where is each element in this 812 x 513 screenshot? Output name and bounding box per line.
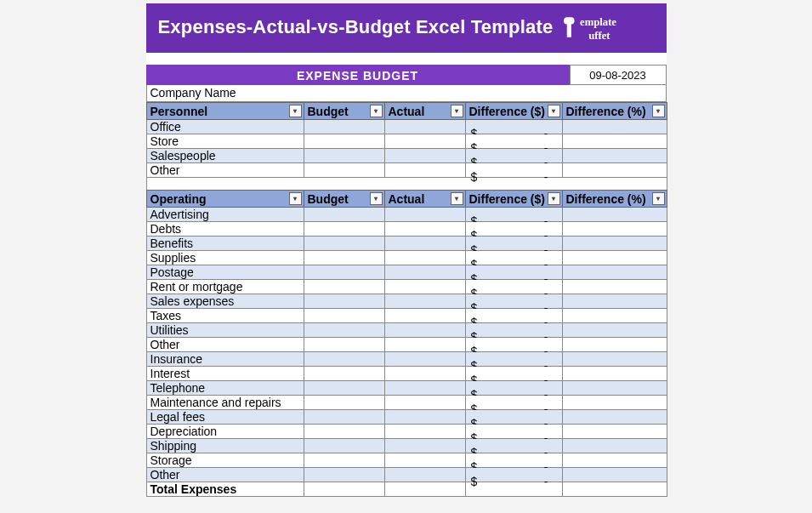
difference-dollar-cell[interactable]: $- [465, 410, 562, 425]
difference-dollar-cell[interactable]: $- [465, 149, 562, 163]
filter-dropdown-icon[interactable]: ▾ [370, 192, 383, 205]
difference-pct-cell[interactable] [562, 439, 667, 453]
actual-cell[interactable] [384, 439, 465, 453]
actual-cell[interactable] [384, 381, 465, 396]
actual-cell[interactable] [384, 280, 465, 294]
difference-pct-cell[interactable] [562, 352, 667, 367]
filter-dropdown-icon[interactable]: ▾ [652, 105, 665, 117]
col-header-personnel[interactable]: Personnel▾ [146, 103, 304, 120]
budget-cell[interactable] [304, 439, 384, 453]
row-label-cell[interactable]: Postage [146, 265, 304, 280]
difference-pct-cell[interactable] [562, 453, 667, 468]
budget-cell[interactable] [304, 453, 384, 468]
difference-dollar-cell[interactable]: $- [465, 439, 562, 453]
row-label-cell[interactable]: Shipping [146, 439, 304, 453]
difference-dollar-cell[interactable]: $- [465, 367, 562, 381]
actual-cell[interactable] [384, 468, 465, 482]
filter-dropdown-icon[interactable]: ▾ [548, 192, 560, 205]
actual-cell[interactable] [384, 265, 465, 280]
difference-pct-cell[interactable] [562, 280, 667, 294]
filter-dropdown-icon[interactable]: ▾ [370, 105, 383, 117]
difference-pct-cell[interactable] [562, 367, 667, 381]
row-label-cell[interactable]: Other [146, 163, 304, 178]
difference-pct-cell[interactable] [562, 120, 667, 134]
difference-pct-cell[interactable] [562, 425, 667, 439]
total-diffpct-cell[interactable] [562, 482, 667, 497]
actual-cell[interactable] [384, 425, 465, 439]
budget-cell[interactable] [304, 468, 384, 482]
difference-dollar-cell[interactable]: $- [465, 222, 562, 237]
actual-cell[interactable] [384, 453, 465, 468]
difference-pct-cell[interactable] [562, 410, 667, 425]
difference-dollar-cell[interactable]: $- [465, 381, 562, 396]
row-label-cell[interactable]: Office [146, 120, 304, 134]
row-label-cell[interactable]: Salespeople [146, 149, 304, 163]
difference-dollar-cell[interactable]: $- [465, 163, 562, 178]
actual-cell[interactable] [384, 338, 465, 352]
budget-cell[interactable] [304, 294, 384, 309]
budget-cell[interactable] [304, 338, 384, 352]
row-label-cell[interactable]: Supplies [146, 251, 304, 265]
difference-dollar-cell[interactable]: $- [465, 309, 562, 323]
difference-dollar-cell[interactable]: $- [465, 323, 562, 338]
budget-cell[interactable] [304, 352, 384, 367]
row-label-cell[interactable]: Other [146, 338, 304, 352]
difference-pct-cell[interactable] [562, 251, 667, 265]
actual-cell[interactable] [384, 323, 465, 338]
budget-cell[interactable] [304, 208, 384, 222]
difference-dollar-cell[interactable]: $- [465, 134, 562, 149]
difference-pct-cell[interactable] [562, 134, 667, 149]
difference-pct-cell[interactable] [562, 294, 667, 309]
difference-dollar-cell[interactable]: $- [465, 338, 562, 352]
row-label-cell[interactable]: Interest [146, 367, 304, 381]
row-label-cell[interactable]: Storage [146, 453, 304, 468]
col-header-operating[interactable]: Operating▾ [146, 191, 304, 208]
difference-dollar-cell[interactable]: $- [465, 251, 562, 265]
budget-cell[interactable] [304, 163, 384, 178]
difference-dollar-cell[interactable]: $- [465, 468, 562, 482]
col-header-diff-pct[interactable]: Difference (%)▾ [562, 191, 667, 208]
col-header-actual[interactable]: Actual▾ [384, 191, 465, 208]
budget-cell[interactable] [304, 425, 384, 439]
difference-pct-cell[interactable] [562, 468, 667, 482]
difference-pct-cell[interactable] [562, 381, 667, 396]
difference-pct-cell[interactable] [562, 222, 667, 237]
budget-cell[interactable] [304, 134, 384, 149]
actual-cell[interactable] [384, 134, 465, 149]
col-header-actual[interactable]: Actual▾ [384, 103, 465, 120]
difference-dollar-cell[interactable]: $- [465, 396, 562, 410]
difference-dollar-cell[interactable]: $- [465, 280, 562, 294]
row-label-cell[interactable]: Telephone [146, 381, 304, 396]
budget-cell[interactable] [304, 222, 384, 237]
difference-pct-cell[interactable] [562, 396, 667, 410]
total-actual-cell[interactable] [384, 482, 465, 497]
row-label-cell[interactable]: Insurance [146, 352, 304, 367]
actual-cell[interactable] [384, 367, 465, 381]
actual-cell[interactable] [384, 352, 465, 367]
row-label-cell[interactable]: Utilities [146, 323, 304, 338]
row-label-cell[interactable]: Other [146, 468, 304, 482]
filter-dropdown-icon[interactable]: ▾ [451, 192, 463, 205]
actual-cell[interactable] [384, 396, 465, 410]
actual-cell[interactable] [384, 149, 465, 163]
budget-cell[interactable] [304, 410, 384, 425]
difference-pct-cell[interactable] [562, 265, 667, 280]
col-header-diff-dollar[interactable]: Difference ($)▾ [465, 103, 562, 120]
actual-cell[interactable] [384, 251, 465, 265]
col-header-budget[interactable]: Budget▾ [304, 103, 384, 120]
difference-dollar-cell[interactable]: $- [465, 237, 562, 251]
difference-pct-cell[interactable] [562, 149, 667, 163]
budget-cell[interactable] [304, 381, 384, 396]
row-label-cell[interactable]: Debts [146, 222, 304, 237]
difference-dollar-cell[interactable]: $- [465, 120, 562, 134]
budget-cell[interactable] [304, 237, 384, 251]
budget-cell[interactable] [304, 309, 384, 323]
col-header-diff-pct[interactable]: Difference (%)▾ [562, 103, 667, 120]
difference-dollar-cell[interactable]: $- [465, 294, 562, 309]
difference-dollar-cell[interactable]: $- [465, 265, 562, 280]
col-header-diff-dollar[interactable]: Difference ($)▾ [465, 191, 562, 208]
filter-dropdown-icon[interactable]: ▾ [652, 192, 665, 205]
budget-cell[interactable] [304, 149, 384, 163]
actual-cell[interactable] [384, 294, 465, 309]
col-header-budget[interactable]: Budget▾ [304, 191, 384, 208]
